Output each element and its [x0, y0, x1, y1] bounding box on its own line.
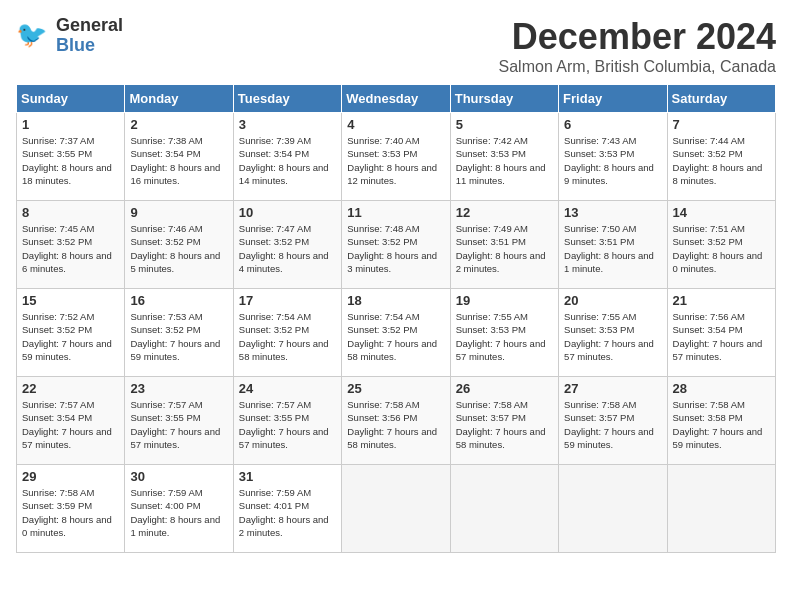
logo-bird-icon: 🐦: [16, 18, 52, 54]
day-number: 6: [564, 117, 661, 132]
day-number: 30: [130, 469, 227, 484]
day-number: 25: [347, 381, 444, 396]
calendar-day-cell: 19Sunrise: 7:55 AMSunset: 3:53 PMDayligh…: [450, 289, 558, 377]
weekday-header-monday: Monday: [125, 85, 233, 113]
calendar-day-cell: 1Sunrise: 7:37 AMSunset: 3:55 PMDaylight…: [17, 113, 125, 201]
day-info: Sunrise: 7:50 AMSunset: 3:51 PMDaylight:…: [564, 222, 661, 275]
location-subtitle: Salmon Arm, British Columbia, Canada: [499, 58, 776, 76]
day-number: 26: [456, 381, 553, 396]
weekday-header-thursday: Thursday: [450, 85, 558, 113]
calendar-day-cell: 17Sunrise: 7:54 AMSunset: 3:52 PMDayligh…: [233, 289, 341, 377]
calendar-week-row: 1Sunrise: 7:37 AMSunset: 3:55 PMDaylight…: [17, 113, 776, 201]
calendar-day-cell: 16Sunrise: 7:53 AMSunset: 3:52 PMDayligh…: [125, 289, 233, 377]
day-info: Sunrise: 7:53 AMSunset: 3:52 PMDaylight:…: [130, 310, 227, 363]
day-number: 10: [239, 205, 336, 220]
day-info: Sunrise: 7:49 AMSunset: 3:51 PMDaylight:…: [456, 222, 553, 275]
day-info: Sunrise: 7:42 AMSunset: 3:53 PMDaylight:…: [456, 134, 553, 187]
day-info: Sunrise: 7:46 AMSunset: 3:52 PMDaylight:…: [130, 222, 227, 275]
day-info: Sunrise: 7:37 AMSunset: 3:55 PMDaylight:…: [22, 134, 119, 187]
title-block: December 2024 Salmon Arm, British Columb…: [499, 16, 776, 76]
logo-text: General Blue: [56, 16, 123, 56]
calendar-day-cell: 9Sunrise: 7:46 AMSunset: 3:52 PMDaylight…: [125, 201, 233, 289]
calendar-day-cell: 12Sunrise: 7:49 AMSunset: 3:51 PMDayligh…: [450, 201, 558, 289]
calendar-day-cell: 11Sunrise: 7:48 AMSunset: 3:52 PMDayligh…: [342, 201, 450, 289]
logo: 🐦 General Blue: [16, 16, 123, 56]
calendar-day-cell: 4Sunrise: 7:40 AMSunset: 3:53 PMDaylight…: [342, 113, 450, 201]
day-number: 17: [239, 293, 336, 308]
weekday-header-row: SundayMondayTuesdayWednesdayThursdayFrid…: [17, 85, 776, 113]
day-number: 31: [239, 469, 336, 484]
calendar-day-cell: 15Sunrise: 7:52 AMSunset: 3:52 PMDayligh…: [17, 289, 125, 377]
day-info: Sunrise: 7:58 AMSunset: 3:57 PMDaylight:…: [456, 398, 553, 451]
calendar-day-cell: 30Sunrise: 7:59 AMSunset: 4:00 PMDayligh…: [125, 465, 233, 553]
calendar-day-cell: 8Sunrise: 7:45 AMSunset: 3:52 PMDaylight…: [17, 201, 125, 289]
calendar-day-cell: [667, 465, 775, 553]
calendar-day-cell: 27Sunrise: 7:58 AMSunset: 3:57 PMDayligh…: [559, 377, 667, 465]
day-number: 16: [130, 293, 227, 308]
day-number: 8: [22, 205, 119, 220]
calendar-week-row: 29Sunrise: 7:58 AMSunset: 3:59 PMDayligh…: [17, 465, 776, 553]
calendar-day-cell: 7Sunrise: 7:44 AMSunset: 3:52 PMDaylight…: [667, 113, 775, 201]
svg-text:🐦: 🐦: [16, 19, 48, 50]
calendar-day-cell: 24Sunrise: 7:57 AMSunset: 3:55 PMDayligh…: [233, 377, 341, 465]
calendar-day-cell: 18Sunrise: 7:54 AMSunset: 3:52 PMDayligh…: [342, 289, 450, 377]
calendar-day-cell: 20Sunrise: 7:55 AMSunset: 3:53 PMDayligh…: [559, 289, 667, 377]
day-number: 7: [673, 117, 770, 132]
weekday-header-saturday: Saturday: [667, 85, 775, 113]
calendar-week-row: 22Sunrise: 7:57 AMSunset: 3:54 PMDayligh…: [17, 377, 776, 465]
calendar-day-cell: 3Sunrise: 7:39 AMSunset: 3:54 PMDaylight…: [233, 113, 341, 201]
day-info: Sunrise: 7:55 AMSunset: 3:53 PMDaylight:…: [456, 310, 553, 363]
calendar-week-row: 8Sunrise: 7:45 AMSunset: 3:52 PMDaylight…: [17, 201, 776, 289]
day-number: 2: [130, 117, 227, 132]
day-info: Sunrise: 7:54 AMSunset: 3:52 PMDaylight:…: [239, 310, 336, 363]
calendar-day-cell: [559, 465, 667, 553]
calendar-day-cell: 2Sunrise: 7:38 AMSunset: 3:54 PMDaylight…: [125, 113, 233, 201]
day-number: 24: [239, 381, 336, 396]
calendar-day-cell: 6Sunrise: 7:43 AMSunset: 3:53 PMDaylight…: [559, 113, 667, 201]
calendar-body: 1Sunrise: 7:37 AMSunset: 3:55 PMDaylight…: [17, 113, 776, 553]
day-number: 5: [456, 117, 553, 132]
calendar-day-cell: 25Sunrise: 7:58 AMSunset: 3:56 PMDayligh…: [342, 377, 450, 465]
day-number: 29: [22, 469, 119, 484]
day-info: Sunrise: 7:59 AMSunset: 4:00 PMDaylight:…: [130, 486, 227, 539]
day-info: Sunrise: 7:58 AMSunset: 3:57 PMDaylight:…: [564, 398, 661, 451]
day-info: Sunrise: 7:58 AMSunset: 3:59 PMDaylight:…: [22, 486, 119, 539]
month-title: December 2024: [499, 16, 776, 58]
day-number: 28: [673, 381, 770, 396]
day-info: Sunrise: 7:51 AMSunset: 3:52 PMDaylight:…: [673, 222, 770, 275]
day-info: Sunrise: 7:59 AMSunset: 4:01 PMDaylight:…: [239, 486, 336, 539]
calendar-day-cell: 31Sunrise: 7:59 AMSunset: 4:01 PMDayligh…: [233, 465, 341, 553]
day-info: Sunrise: 7:52 AMSunset: 3:52 PMDaylight:…: [22, 310, 119, 363]
day-info: Sunrise: 7:43 AMSunset: 3:53 PMDaylight:…: [564, 134, 661, 187]
day-number: 14: [673, 205, 770, 220]
page-header: 🐦 General Blue December 2024 Salmon Arm,…: [16, 16, 776, 76]
day-info: Sunrise: 7:39 AMSunset: 3:54 PMDaylight:…: [239, 134, 336, 187]
day-number: 1: [22, 117, 119, 132]
day-number: 23: [130, 381, 227, 396]
day-number: 13: [564, 205, 661, 220]
calendar-week-row: 15Sunrise: 7:52 AMSunset: 3:52 PMDayligh…: [17, 289, 776, 377]
calendar-day-cell: 26Sunrise: 7:58 AMSunset: 3:57 PMDayligh…: [450, 377, 558, 465]
calendar-day-cell: 29Sunrise: 7:58 AMSunset: 3:59 PMDayligh…: [17, 465, 125, 553]
day-number: 22: [22, 381, 119, 396]
day-info: Sunrise: 7:57 AMSunset: 3:54 PMDaylight:…: [22, 398, 119, 451]
day-info: Sunrise: 7:47 AMSunset: 3:52 PMDaylight:…: [239, 222, 336, 275]
day-number: 18: [347, 293, 444, 308]
day-info: Sunrise: 7:54 AMSunset: 3:52 PMDaylight:…: [347, 310, 444, 363]
day-info: Sunrise: 7:48 AMSunset: 3:52 PMDaylight:…: [347, 222, 444, 275]
calendar-day-cell: 23Sunrise: 7:57 AMSunset: 3:55 PMDayligh…: [125, 377, 233, 465]
calendar-header: SundayMondayTuesdayWednesdayThursdayFrid…: [17, 85, 776, 113]
day-number: 4: [347, 117, 444, 132]
day-number: 20: [564, 293, 661, 308]
calendar-day-cell: 10Sunrise: 7:47 AMSunset: 3:52 PMDayligh…: [233, 201, 341, 289]
day-info: Sunrise: 7:38 AMSunset: 3:54 PMDaylight:…: [130, 134, 227, 187]
calendar-day-cell: 13Sunrise: 7:50 AMSunset: 3:51 PMDayligh…: [559, 201, 667, 289]
calendar-table: SundayMondayTuesdayWednesdayThursdayFrid…: [16, 84, 776, 553]
day-number: 15: [22, 293, 119, 308]
day-info: Sunrise: 7:56 AMSunset: 3:54 PMDaylight:…: [673, 310, 770, 363]
day-number: 12: [456, 205, 553, 220]
day-info: Sunrise: 7:58 AMSunset: 3:56 PMDaylight:…: [347, 398, 444, 451]
day-number: 3: [239, 117, 336, 132]
day-info: Sunrise: 7:57 AMSunset: 3:55 PMDaylight:…: [130, 398, 227, 451]
weekday-header-wednesday: Wednesday: [342, 85, 450, 113]
